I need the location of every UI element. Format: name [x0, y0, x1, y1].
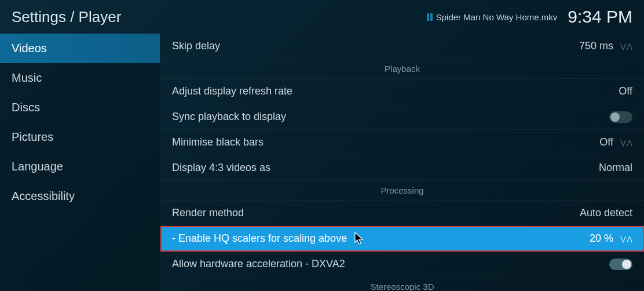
settings-panel: Skip delay 750 ms ⋁ ⋀ Playback Adjust di… — [160, 34, 644, 291]
section-header-playback: Playback — [160, 59, 644, 79]
sidebar-item-language[interactable]: Language — [0, 152, 160, 181]
chevron-down-icon: ⋁ — [620, 235, 626, 242]
header: Settings / Player Spider Man No Way Home… — [0, 0, 644, 34]
chevron-down-icon: ⋁ — [620, 43, 626, 50]
spinner-arrows-icon[interactable]: ⋁ ⋀ — [620, 139, 632, 146]
setting-label: Display 4:3 videos as — [172, 162, 270, 174]
toggle-knob — [622, 260, 631, 269]
spinner-arrows-icon[interactable]: ⋁ ⋀ — [620, 43, 632, 50]
chevron-up-icon: ⋀ — [627, 43, 632, 50]
setting-value: Normal — [599, 162, 632, 174]
setting-skip-delay[interactable]: Skip delay 750 ms ⋁ ⋀ — [160, 34, 644, 59]
setting-value: 20 % — [590, 232, 613, 245]
breadcrumb: Settings / Player — [12, 8, 121, 26]
content: Videos Music Discs Pictures Language Acc… — [0, 34, 644, 291]
setting-label: Allow hardware acceleration - DXVA2 — [172, 258, 345, 270]
sidebar-item-label: Pictures — [12, 130, 53, 143]
sidebar-item-label: Discs — [12, 101, 40, 114]
setting-label: Render method — [172, 207, 244, 219]
setting-value-wrap — [609, 259, 632, 270]
setting-label: - Enable HQ scalers for scaling above — [172, 232, 347, 245]
toggle-switch[interactable] — [609, 111, 632, 123]
setting-value-wrap — [609, 111, 632, 123]
sidebar-item-videos[interactable]: Videos — [0, 34, 160, 63]
section-header-processing: Processing — [160, 181, 644, 201]
toggle-knob — [610, 112, 620, 122]
chevron-up-icon: ⋀ — [627, 235, 632, 242]
sidebar-item-label: Music — [12, 71, 42, 84]
sidebar-item-label: Language — [12, 160, 63, 173]
now-playing-title: Spider Man No Way Home.mkv — [436, 12, 558, 22]
sidebar-item-accessibility[interactable]: Accessibility — [0, 181, 160, 211]
chevron-down-icon: ⋁ — [620, 139, 626, 146]
sidebar: Videos Music Discs Pictures Language Acc… — [0, 34, 160, 291]
header-right: Spider Man No Way Home.mkv 9:34 PM — [427, 7, 632, 27]
setting-value-wrap: 750 ms ⋁ ⋀ — [579, 40, 632, 52]
now-playing[interactable]: Spider Man No Way Home.mkv — [427, 12, 558, 22]
setting-adjust-refresh[interactable]: Adjust display refresh rate Off — [160, 79, 644, 104]
sidebar-item-label: Accessibility — [12, 190, 75, 202]
setting-value: 750 ms — [579, 40, 613, 52]
sidebar-item-music[interactable]: Music — [0, 63, 160, 93]
setting-value-wrap: 20 % ⋁ ⋀ — [590, 232, 632, 245]
toggle-switch[interactable] — [609, 259, 632, 270]
setting-value: Off — [619, 85, 632, 97]
setting-value-wrap: Normal — [599, 162, 632, 174]
setting-value-wrap: Auto detect — [580, 207, 632, 219]
setting-hw-accel-dxva2[interactable]: Allow hardware acceleration - DXVA2 — [160, 252, 644, 277]
setting-display-43[interactable]: Display 4:3 videos as Normal — [160, 155, 644, 181]
setting-sync-playback[interactable]: Sync playback to display — [160, 104, 644, 130]
section-header-stereoscopic: Stereoscopic 3D — [160, 277, 644, 291]
clock: 9:34 PM — [568, 7, 632, 27]
setting-render-method[interactable]: Render method Auto detect — [160, 201, 644, 226]
setting-value-wrap: Off — [619, 85, 632, 97]
setting-label: Minimise black bars — [172, 136, 264, 148]
sidebar-item-label: Videos — [12, 42, 47, 54]
sidebar-item-pictures[interactable]: Pictures — [0, 122, 160, 152]
setting-label: Skip delay — [172, 40, 220, 52]
setting-label: Sync playback to display — [172, 111, 286, 123]
spinner-arrows-icon[interactable]: ⋁ ⋀ — [620, 235, 632, 242]
pause-icon — [427, 13, 433, 21]
setting-minimise-black-bars[interactable]: Minimise black bars Off ⋁ ⋀ — [160, 130, 644, 155]
setting-value: Auto detect — [580, 207, 632, 219]
setting-label: Adjust display refresh rate — [172, 85, 292, 97]
setting-value-wrap: Off ⋁ ⋀ — [599, 136, 632, 148]
chevron-up-icon: ⋀ — [627, 139, 632, 146]
setting-hq-scalers[interactable]: - Enable HQ scalers for scaling above 20… — [160, 226, 644, 252]
sidebar-item-discs[interactable]: Discs — [0, 93, 160, 122]
setting-value: Off — [599, 136, 613, 148]
